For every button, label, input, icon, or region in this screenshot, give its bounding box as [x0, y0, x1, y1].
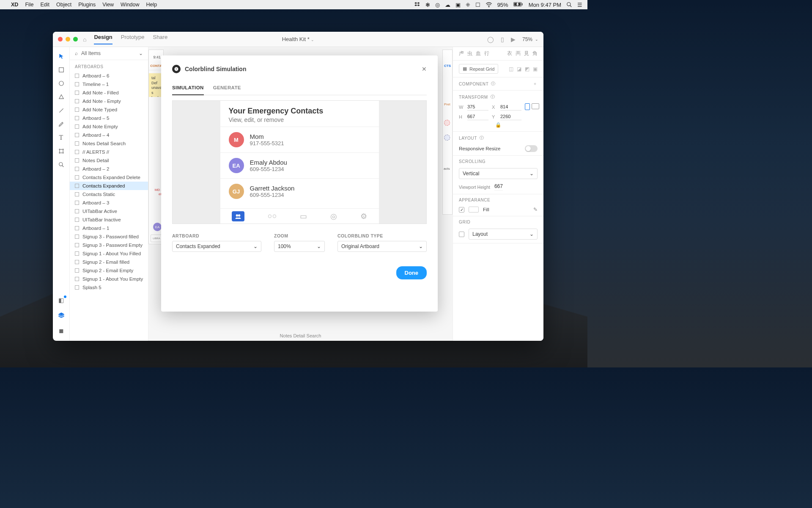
close-window-button[interactable] [58, 37, 63, 41]
boolean-exclude-icon[interactable]: ▣ [533, 66, 538, 72]
control-center-icon[interactable]: ☰ [577, 2, 582, 8]
done-button[interactable]: Done [396, 266, 427, 279]
minimize-window-button[interactable] [66, 37, 70, 41]
airplay-icon[interactable]: ▣ [455, 2, 461, 8]
tab-design[interactable]: Design [94, 34, 112, 44]
wifi-icon[interactable] [486, 2, 492, 7]
pen-tool[interactable] [53, 117, 70, 131]
orientation-toggle[interactable] [525, 103, 539, 110]
select-tool[interactable] [53, 50, 70, 63]
lock-aspect-icon[interactable]: 🔒 [459, 122, 538, 128]
maximize-window-button[interactable] [73, 37, 78, 41]
align-center-h-icon[interactable]: ⾍ [467, 50, 472, 57]
text-tool[interactable]: T [53, 131, 70, 144]
info-icon[interactable]: ⓘ [480, 135, 484, 141]
evernote-icon[interactable]: ❃ [425, 2, 430, 8]
menu-file[interactable]: File [25, 2, 33, 8]
tab-share[interactable]: Share [153, 34, 167, 44]
y-input[interactable] [500, 113, 521, 120]
user-avatar-icon[interactable]: ◯ [487, 36, 494, 43]
menu-view[interactable]: View [102, 2, 114, 8]
spotlight-icon[interactable] [566, 2, 572, 8]
align-bottom-icon[interactable]: ⾒ [524, 50, 529, 57]
layer-item[interactable]: Add Note - Filled [70, 88, 148, 97]
viewport-height-value[interactable]: 667 [494, 183, 503, 190]
layer-item[interactable]: Signup 3 - Password Empty [70, 241, 148, 249]
tab-prototype[interactable]: Prototype [121, 34, 145, 44]
layer-item[interactable]: Notes Detail Search [70, 139, 148, 148]
menu-window[interactable]: Window [121, 2, 139, 8]
landscape-icon[interactable] [532, 103, 539, 109]
ellipse-tool[interactable] [53, 77, 70, 90]
layer-item[interactable]: Artboard – 2 [70, 165, 148, 173]
status-icon-1[interactable]: ◎ [435, 2, 440, 8]
layer-item[interactable]: Signup 1 - About You Filled [70, 249, 148, 258]
layers-filter[interactable]: ⌕ All Items ⌄ [70, 47, 148, 60]
boolean-intersect-icon[interactable]: ◩ [525, 66, 529, 72]
layer-item[interactable]: Artboard – 1 [70, 224, 148, 232]
clock[interactable]: Mon 9:47 PM [529, 2, 561, 8]
layer-item[interactable]: UITabBar Active [70, 207, 148, 215]
eyedropper-icon[interactable]: ✎ [533, 207, 538, 213]
menu-help[interactable]: Help [146, 2, 157, 8]
date-icon[interactable]: ☐ [475, 2, 480, 8]
boolean-subtract-icon[interactable]: ◪ [517, 66, 521, 72]
dropbox-icon[interactable] [414, 2, 420, 8]
align-top-icon[interactable]: ⾐ [507, 50, 512, 57]
align-center-v-icon[interactable]: ⾑ [516, 50, 521, 57]
layer-item[interactable]: Add Note - Empty [70, 97, 148, 105]
app-name-menu[interactable]: XD [11, 2, 18, 8]
menu-edit[interactable]: Edit [41, 2, 50, 8]
document-title[interactable]: Health Kit * ⌄ [282, 36, 315, 42]
x-input[interactable] [500, 103, 521, 110]
zoom-select[interactable]: 100% ⌄ [274, 241, 325, 252]
grid-type-select[interactable]: Layout ⌄ [469, 229, 538, 240]
menu-plugins[interactable]: Plugins [78, 2, 96, 8]
add-component-button[interactable]: ＋ [533, 81, 538, 87]
tab-simulation[interactable]: SIMULATION [172, 81, 204, 95]
scrolling-select[interactable]: Vertical ⌄ [459, 168, 538, 179]
colorblind-type-select[interactable]: Original Artboard ⌄ [337, 241, 427, 252]
portrait-icon[interactable] [525, 103, 530, 110]
width-input[interactable] [467, 103, 488, 110]
layer-item[interactable]: Contacts Expanded [70, 182, 148, 190]
fill-swatch[interactable] [469, 207, 479, 213]
device-preview-icon[interactable]: ▯ [501, 36, 504, 43]
play-preview-icon[interactable]: ▶ [511, 36, 516, 43]
close-dialog-button[interactable]: ✕ [422, 66, 427, 72]
layer-item[interactable]: Signup 2 - Email Empty [70, 266, 148, 275]
align-justify-icon[interactable]: ⾏ [484, 50, 489, 57]
artboard-select[interactable]: Contacts Expanded ⌄ [172, 241, 261, 252]
layer-item[interactable]: Artboard – 3 [70, 199, 148, 207]
creative-cloud-icon[interactable]: ☁︎ [445, 2, 450, 8]
battery-icon[interactable] [513, 2, 524, 7]
align-distribute-icon[interactable]: ⾓ [532, 50, 538, 57]
fill-checkbox[interactable]: ✓ [459, 207, 464, 213]
layer-item[interactable]: // ALERTS // [70, 148, 148, 156]
line-tool[interactable] [53, 104, 70, 117]
grid-checkbox[interactable] [459, 232, 464, 237]
layer-item[interactable]: Timeline – 1 [70, 80, 148, 88]
zoom-control[interactable]: 75% ⌄ [522, 36, 538, 42]
layer-item[interactable]: Contacts Expanded Delete [70, 173, 148, 182]
info-icon[interactable]: ⓘ [491, 94, 495, 100]
repeat-grid-button[interactable]: ▦ Repeat Grid [459, 64, 498, 74]
layers-panel-icon[interactable] [53, 309, 70, 321]
layer-item[interactable]: Artboard – 4 [70, 131, 148, 139]
layer-item[interactable]: Add Note Empty [70, 122, 148, 131]
responsive-resize-toggle[interactable] [525, 145, 538, 152]
polygon-tool[interactable] [53, 90, 70, 104]
boolean-union-icon[interactable]: ◫ [509, 66, 513, 72]
layer-item[interactable]: Signup 1 - About You Empty [70, 275, 148, 283]
bluetooth-icon[interactable]: ⁜ [466, 2, 470, 8]
layer-item[interactable]: Artboard – 6 [70, 72, 148, 80]
layer-item[interactable]: Notes Detail [70, 156, 148, 165]
layer-item[interactable]: Artboard – 5 [70, 114, 148, 122]
rectangle-tool[interactable] [53, 63, 70, 77]
layer-item[interactable]: Signup 2 - Email filled [70, 258, 148, 266]
home-icon[interactable]: ⌂ [83, 36, 86, 43]
assets-panel-icon[interactable]: ◧ [53, 294, 70, 306]
layer-item[interactable]: Splash 5 [70, 283, 148, 292]
layer-item[interactable]: Add Note Typed [70, 105, 148, 114]
plugins-panel-icon[interactable]: ◼︎ [53, 325, 70, 337]
